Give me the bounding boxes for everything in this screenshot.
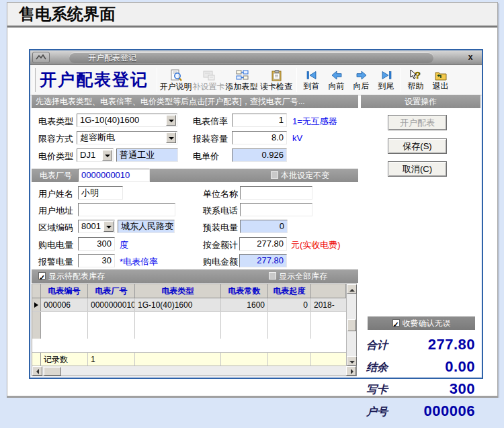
nav-first-button[interactable]: 到首 [299, 66, 324, 94]
dialog-titlebar[interactable]: 开户配表登记 x [30, 50, 482, 65]
clipboard-icon [269, 69, 283, 82]
add-meter-type-button[interactable]: 添加表型 [225, 66, 258, 94]
meter-type-select[interactable]: 1G-10(40)1600 [77, 114, 177, 127]
cancel-button[interactable]: 取消(C) [388, 161, 447, 177]
read-card-check-button[interactable]: 读卡检查 [258, 66, 294, 94]
limit-mode-label: 限容方式 [38, 133, 73, 145]
window-logo-icon [32, 52, 50, 63]
balance-row: 结余 0.00 [365, 357, 478, 378]
checkbox-icon [271, 171, 278, 179]
toolbar-separator [157, 68, 157, 92]
capacity-label: 报装容量 [193, 133, 228, 145]
instruction-bar: 先选择电表类型、电表倍率、电价类型等后点击[开户配表]，查找电表厂号... [32, 95, 358, 108]
scroll-down-icon[interactable] [347, 356, 357, 366]
scroll-up-icon[interactable] [347, 284, 357, 294]
factory-no-input[interactable]: 0000000010 [78, 169, 150, 182]
limit-mode-select[interactable]: 超容断电 [77, 131, 177, 144]
chevron-down-icon[interactable] [166, 132, 176, 143]
help-cursor-icon: ? [409, 69, 423, 81]
fee-confirm-checkbox[interactable]: 收费确认无误 [368, 316, 475, 330]
balance-value: 0.00 [445, 358, 475, 376]
table-empty-row [32, 312, 346, 325]
show-pending-stock-checkbox[interactable]: 显示待配表库存 [38, 269, 105, 283]
show-all-stock-checkbox[interactable]: 显示全部库存 [269, 269, 327, 283]
price-type-row: 电价类型 DJ1 普通工业 电单价 0.926 [30, 148, 360, 163]
total-value: 277.80 [428, 336, 475, 353]
table-row[interactable]: 000006 0000000010 1G-10(40)1600 1600 0 2… [32, 298, 346, 312]
by-amount-input[interactable]: 277.80 [239, 237, 287, 251]
table-header-row: 电表编号 电表厂号 电表类型 电表常数 电表起度 [32, 284, 346, 298]
org-name-input[interactable] [240, 186, 312, 200]
batch-lock-checkbox[interactable]: 本批设定不变 [271, 169, 329, 182]
table-empty-row [32, 325, 346, 339]
dialog-window: 开户配表登记 x 开户配表登记 开户说明 补设置卡 添加表型 读卡检查 [29, 49, 483, 379]
toolbar-separator [296, 68, 297, 92]
nav-last-button[interactable]: 到尾 [374, 66, 398, 94]
meter-type-label: 电表类型 [38, 116, 73, 128]
region-select[interactable]: 8001 [78, 220, 115, 233]
unit-price-value: 0.926 [232, 148, 287, 162]
user-name-label: 用户姓名 [38, 188, 73, 200]
alarm-qty-input[interactable]: 30 [78, 254, 115, 267]
chevron-down-icon[interactable] [166, 115, 176, 126]
account-no-label: 户号 [366, 405, 388, 419]
record-count-value: 1 [88, 353, 135, 366]
capacity-input[interactable]: 8.0 [232, 131, 287, 144]
page-title: 售电系统界面 [7, 3, 497, 28]
alarm-qty-hint: *电表倍率 [120, 256, 158, 268]
nav-next-button[interactable]: 向后 [349, 66, 374, 94]
price-type-label: 电价类型 [38, 151, 73, 163]
meter-stock-table: 电表编号 电表厂号 电表类型 电表常数 电表起度 000006 00000000… [32, 284, 357, 376]
nav-prev-button[interactable]: 向前 [324, 66, 349, 94]
table-vertical-scrollbar[interactable] [346, 284, 356, 366]
meter-ratio-hint: 1=无互感器 [292, 116, 337, 128]
table-horizontal-scrollbar[interactable] [32, 366, 356, 376]
open-account-button: 开户配表 [388, 115, 447, 130]
scroll-thumb[interactable] [347, 319, 356, 331]
total-row: 合计 277.80 [365, 335, 478, 355]
region-desc: 城东人民路变 [118, 220, 175, 233]
close-icon[interactable]: x [465, 52, 476, 62]
stock-bar: 显示待配表库存 显示全部库存 [32, 269, 358, 283]
purchase-qty-input[interactable]: 300 [78, 237, 115, 251]
scroll-thumb[interactable] [44, 367, 61, 376]
purchase-amt-label: 购电金额 [203, 256, 238, 268]
write-card-label: 写卡 [366, 383, 388, 397]
region-label: 区域编码 [38, 222, 73, 234]
limit-mode-row: 限容方式 超容断电 报装容量 8.0 kV [30, 131, 360, 146]
write-card-value: 300 [450, 380, 475, 398]
by-amount-hint: 元(实收电费) [291, 239, 341, 251]
open-account-help-button[interactable]: 开户说明 [159, 66, 192, 94]
row-selector-icon [32, 298, 41, 311]
toolbar-separator [401, 68, 401, 92]
scroll-left-icon[interactable] [32, 366, 42, 376]
chevron-down-icon[interactable] [103, 221, 114, 232]
help-button[interactable]: ? 帮助 [403, 66, 428, 94]
address-input[interactable] [78, 203, 175, 216]
purchase-qty-label: 购电电量 [38, 239, 73, 251]
preload-qty-value: 0 [240, 220, 288, 233]
save-button[interactable]: 保存(S) [388, 138, 447, 154]
exit-button[interactable]: 退出 [428, 66, 453, 94]
region-row: 区域编码 8001 城东人民路变 预装电量 0 [30, 220, 360, 234]
supplement-card-button: 补设置卡 [192, 66, 225, 94]
price-type-desc: 普通工业 [116, 148, 178, 162]
scroll-right-icon[interactable] [346, 366, 356, 376]
nav-first-icon [305, 69, 319, 81]
capacity-hint: kV [292, 133, 302, 143]
nav-last-icon [380, 69, 393, 81]
checkbox-icon [269, 272, 276, 280]
nav-next-icon [355, 69, 368, 81]
factory-no-bar: 电表厂号 0000000010 本批设定不变 [32, 169, 358, 182]
phone-input[interactable] [240, 203, 312, 216]
meter-type-row: 电表类型 1G-10(40)1600 电表倍率 1 1=无互感器 [30, 114, 360, 128]
user-name-input[interactable]: 小明 [78, 186, 123, 200]
price-type-select[interactable]: DJ1 [77, 148, 114, 162]
chevron-down-icon[interactable] [102, 150, 112, 161]
toolbar-app-title: 开户配表登记 [38, 69, 155, 92]
phone-label: 联系电话 [203, 205, 238, 217]
checkbox-checked-icon [38, 272, 46, 280]
purchase-qty-hint: 度 [120, 239, 128, 251]
meter-ratio-input[interactable]: 1 [232, 114, 287, 127]
unit-price-label: 电单价 [193, 151, 219, 163]
